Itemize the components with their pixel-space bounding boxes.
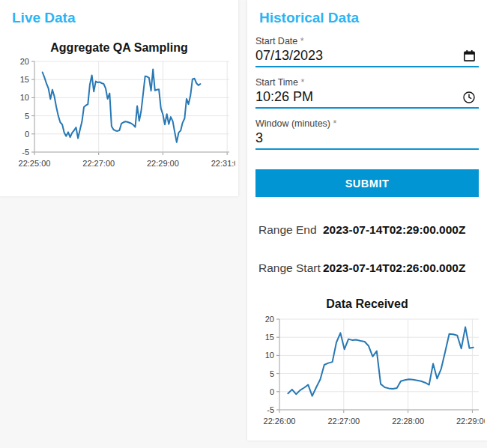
start-date-label: Start Date * bbox=[255, 36, 479, 47]
required-marker: * bbox=[333, 118, 337, 129]
live-data-panel: Live Data Aggregate QA Sampling 22:25:00… bbox=[0, 0, 238, 196]
required-marker: * bbox=[300, 77, 304, 88]
historical-chart-title: Data Received bbox=[247, 297, 487, 311]
svg-text:-5: -5 bbox=[22, 148, 29, 157]
range-start-label: Range Start bbox=[258, 261, 323, 275]
svg-text:20: 20 bbox=[20, 58, 29, 66]
historical-data-panel: Historical Data Start Date * bbox=[247, 0, 487, 441]
required-marker: * bbox=[300, 36, 304, 46]
svg-text:15: 15 bbox=[265, 333, 274, 342]
clock-icon bbox=[462, 91, 476, 104]
submit-button[interactable]: SUBMIT bbox=[255, 169, 479, 197]
range-start-value: 2023-07-14T02:26:00.000Z bbox=[323, 261, 465, 275]
svg-text:22:29:00: 22:29:00 bbox=[456, 417, 485, 426]
svg-text:22:28:00: 22:28:00 bbox=[392, 417, 424, 426]
range-end-value: 2023-07-14T02:29:00.000Z bbox=[323, 223, 465, 237]
svg-text:20: 20 bbox=[265, 315, 274, 324]
window-minutes-input[interactable] bbox=[255, 130, 477, 146]
calendar-icon bbox=[463, 49, 476, 62]
svg-text:22:29:00: 22:29:00 bbox=[147, 159, 179, 168]
range-end-row: Range End 2023-07-14T02:29:00.000Z bbox=[258, 223, 476, 237]
range-end-label: Range End bbox=[258, 223, 323, 237]
live-chart-title: Aggregate QA Sampling bbox=[0, 41, 238, 55]
time-picker-button[interactable] bbox=[462, 91, 476, 104]
svg-text:5: 5 bbox=[270, 369, 274, 378]
svg-text:22:31:00: 22:31:00 bbox=[211, 159, 235, 168]
start-time-label: Start Time * bbox=[255, 77, 479, 88]
window-minutes-label: Window (minutes) * bbox=[255, 118, 479, 130]
start-date-input[interactable] bbox=[255, 48, 459, 64]
svg-text:22:26:00: 22:26:00 bbox=[264, 417, 296, 426]
svg-text:15: 15 bbox=[20, 75, 29, 84]
svg-text:22:25:00: 22:25:00 bbox=[19, 159, 51, 168]
svg-text:10: 10 bbox=[265, 351, 274, 360]
range-start-row: Range Start 2023-07-14T02:26:00.000Z bbox=[258, 261, 476, 275]
date-picker-button[interactable] bbox=[463, 49, 476, 63]
svg-text:5: 5 bbox=[25, 112, 29, 121]
window-minutes-field-group: Window (minutes) * bbox=[255, 118, 479, 150]
svg-text:-5: -5 bbox=[267, 405, 274, 414]
historical-query-form: Start Date * Start Time * bbox=[247, 36, 487, 197]
svg-text:0: 0 bbox=[270, 387, 274, 396]
start-time-input[interactable] bbox=[255, 89, 458, 105]
live-chart: 22:25:0022:27:0022:29:0022:31:00-5051015… bbox=[4, 58, 235, 172]
svg-text:0: 0 bbox=[25, 130, 29, 139]
historical-chart: 22:26:0022:27:0022:28:0022:29:00-5051015… bbox=[249, 315, 485, 429]
svg-text:10: 10 bbox=[20, 93, 29, 102]
svg-text:22:27:00: 22:27:00 bbox=[327, 417, 360, 426]
historical-data-heading: Historical Data bbox=[247, 0, 487, 26]
start-date-field-group: Start Date * bbox=[255, 36, 479, 67]
live-data-heading: Live Data bbox=[0, 0, 238, 26]
start-time-field-group: Start Time * bbox=[255, 77, 479, 109]
svg-text:22:27:00: 22:27:00 bbox=[82, 159, 115, 168]
